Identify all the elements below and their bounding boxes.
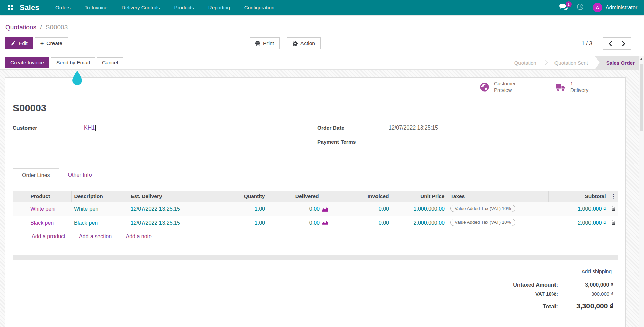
edit-button-label: Edit bbox=[19, 40, 28, 46]
menu-configuration[interactable]: Configuration bbox=[237, 0, 281, 15]
quantity-cell: 1.00 bbox=[215, 216, 268, 230]
invoiced-cell: 0.00 bbox=[345, 216, 392, 230]
action-button[interactable]: Action bbox=[287, 37, 321, 49]
breadcrumb-separator: / bbox=[40, 24, 42, 31]
create-button[interactable]: + Create bbox=[35, 37, 68, 49]
form-content-area: Customer Preview 1 Deliv bbox=[0, 70, 639, 327]
add-a-section-link[interactable]: Add a section bbox=[79, 233, 112, 239]
clock-glyph bbox=[577, 3, 584, 10]
menu-reporting[interactable]: Reporting bbox=[201, 0, 237, 15]
printer-icon bbox=[255, 41, 260, 46]
text-cursor bbox=[95, 125, 96, 131]
taxes-cell: Value Added Tax (VAT) 10% bbox=[448, 202, 548, 216]
product-link[interactable]: Black pen bbox=[30, 220, 54, 226]
edit-button[interactable]: Edit bbox=[5, 37, 33, 49]
app-title[interactable]: Sales bbox=[20, 3, 39, 12]
menu-products[interactable]: Products bbox=[167, 0, 201, 15]
col-invoiced: Invoiced bbox=[345, 191, 392, 202]
create-invoice-button[interactable]: Create Invoice bbox=[5, 57, 49, 68]
scrollbar-up-arrow-icon[interactable] bbox=[640, 58, 643, 60]
send-by-email-button[interactable]: Send by Email bbox=[51, 57, 95, 68]
apps-grid-icon[interactable] bbox=[5, 0, 16, 15]
tax-tag: Value Added Tax (VAT) 10% bbox=[450, 219, 515, 226]
subtotal-cell: 1,000,000 ₫ bbox=[548, 202, 609, 216]
menu-delivery-controls[interactable]: Delivery Controls bbox=[114, 0, 167, 15]
forecast-chart-icon[interactable] bbox=[322, 220, 328, 225]
breadcrumb-current: S00003 bbox=[46, 24, 68, 31]
customer-input[interactable]: KH1 bbox=[84, 125, 95, 131]
est-delivery-cell: 12/07/2022 13:25:15 bbox=[128, 202, 215, 216]
action-button-label: Action bbox=[300, 40, 315, 46]
left-field-group: Customer KH1 bbox=[13, 124, 317, 159]
vat-row: VAT 10%: 300,000 ₫ bbox=[513, 291, 613, 297]
user-name: Administrator bbox=[606, 5, 637, 11]
product-link[interactable]: White pen bbox=[30, 206, 55, 212]
print-button-label: Print bbox=[263, 40, 274, 46]
order-lines-table: Product Description Est. Delivery Quanti… bbox=[13, 191, 618, 230]
breadcrumb: Quotations / S00003 bbox=[5, 24, 68, 31]
scrollbar-thumb[interactable] bbox=[640, 64, 643, 131]
stage-pipeline: Quotation Quotation Sent Sales Order bbox=[508, 56, 639, 69]
delivery-button[interactable]: 1 Delivery bbox=[550, 78, 625, 97]
quantity-cell: 1.00 bbox=[215, 202, 268, 216]
forecast-chart-icon[interactable] bbox=[322, 207, 328, 212]
optional-columns-button[interactable]: ⋮ bbox=[609, 191, 618, 202]
delete-line-button[interactable] bbox=[609, 202, 618, 216]
user-menu[interactable]: A Administrator bbox=[593, 3, 637, 12]
delete-line-button[interactable] bbox=[609, 216, 618, 230]
breadcrumb-quotations[interactable]: Quotations bbox=[5, 24, 36, 31]
customer-label: Customer bbox=[13, 125, 37, 131]
pager: 1 / 3 bbox=[582, 37, 631, 50]
description-cell: White pen bbox=[71, 202, 128, 216]
main-menu: Orders To Invoice Delivery Controls Prod… bbox=[48, 0, 281, 15]
order-line-row[interactable]: Black pen Black pen 12/07/2022 13:25:15 … bbox=[13, 216, 618, 230]
total-label: Total: bbox=[543, 303, 558, 310]
vertical-scrollbar[interactable] bbox=[639, 56, 644, 327]
action-buttons: Print Action bbox=[250, 37, 321, 49]
untaxed-amount-row: Untaxed Amount: 3,000,000 ₫ bbox=[513, 282, 613, 288]
notebook-tabs: Order Lines Other Info bbox=[13, 168, 618, 182]
onboarding-droplet-icon[interactable] bbox=[72, 71, 82, 87]
col-taxes: Taxes bbox=[448, 191, 548, 202]
customer-preview-button[interactable]: Customer Preview bbox=[474, 78, 550, 97]
menu-to-invoice[interactable]: To Invoice bbox=[78, 0, 115, 15]
stage-sales-order-active[interactable]: Sales Order bbox=[595, 56, 644, 69]
pager-nav bbox=[603, 37, 631, 50]
create-button-label: Create bbox=[46, 40, 62, 46]
menu-orders[interactable]: Orders bbox=[48, 0, 78, 15]
totals-zone: Add shipping Untaxed Amount: 3,000,000 ₫… bbox=[13, 266, 618, 313]
messages-icon[interactable]: 1 bbox=[559, 4, 568, 12]
cancel-button[interactable]: Cancel bbox=[97, 57, 123, 68]
stage-chevron-icon bbox=[543, 60, 548, 65]
delivery-label: 1 Delivery bbox=[570, 81, 588, 94]
chevron-left-icon bbox=[608, 41, 612, 46]
tab-order-lines[interactable]: Order Lines bbox=[13, 168, 59, 182]
activities-clock-icon[interactable] bbox=[577, 3, 584, 12]
order-line-row[interactable]: White pen White pen 12/07/2022 13:25:15 … bbox=[13, 202, 618, 216]
table-footer-links: Add a product Add a section Add a note bbox=[13, 230, 618, 243]
right-field-group: Order Date Payment Terms 12/07/2022 13:2… bbox=[317, 124, 618, 159]
top-navbar: Sales Orders To Invoice Delivery Control… bbox=[0, 0, 644, 15]
add-a-note-link[interactable]: Add a note bbox=[126, 233, 151, 239]
subtotal-cell: 2,000,000 ₫ bbox=[548, 216, 609, 230]
field-groups: Customer KH1 Order Date Payment Terms 12 bbox=[13, 124, 618, 159]
pager-next-button[interactable] bbox=[617, 37, 631, 50]
handle-column-header bbox=[13, 191, 28, 202]
col-subtotal: Subtotal bbox=[548, 191, 609, 202]
add-a-product-link[interactable]: Add a product bbox=[32, 233, 65, 239]
pager-counter[interactable]: 1 / 3 bbox=[582, 41, 592, 47]
print-button[interactable]: Print bbox=[250, 37, 280, 49]
pager-previous-button[interactable] bbox=[603, 37, 617, 50]
vat-value: 300,000 ₫ bbox=[558, 291, 613, 297]
tab-other-info[interactable]: Other Info bbox=[59, 168, 101, 182]
horizontal-scrollbar[interactable] bbox=[13, 255, 618, 260]
stage-quotation[interactable]: Quotation bbox=[508, 56, 543, 69]
statusbar-buttons: Create Invoice Send by Email Cancel bbox=[5, 57, 123, 68]
add-shipping-button[interactable]: Add shipping bbox=[576, 266, 617, 277]
untaxed-amount-value: 3,000,000 ₫ bbox=[558, 282, 613, 288]
col-quantity: Quantity bbox=[215, 191, 268, 202]
col-description: Description bbox=[71, 191, 128, 202]
stage-quotation-sent[interactable]: Quotation Sent bbox=[548, 56, 595, 69]
pencil-icon bbox=[11, 41, 16, 46]
unit-price-cell: 1,000,000.00 bbox=[392, 202, 448, 216]
